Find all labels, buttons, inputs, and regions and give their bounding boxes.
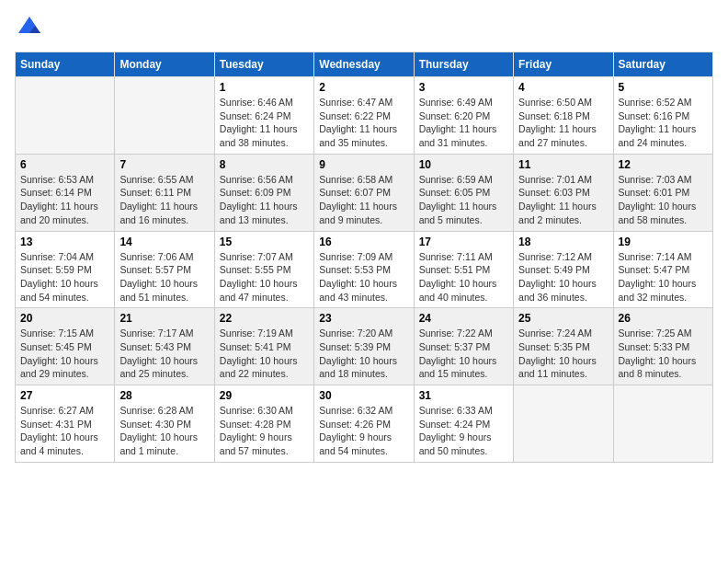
calendar-day-cell: 9Sunrise: 6:58 AMSunset: 6:07 PMDaylight… [314, 154, 414, 231]
day-number: 4 [518, 81, 608, 94]
day-number: 6 [20, 158, 109, 171]
day-info: Sunrise: 7:24 AMSunset: 5:35 PMDaylight:… [518, 327, 608, 381]
calendar-day-cell: 17Sunrise: 7:11 AMSunset: 5:51 PMDayligh… [414, 231, 513, 308]
day-number: 31 [419, 389, 508, 402]
calendar-week-row: 27Sunrise: 6:27 AMSunset: 4:31 PMDayligh… [16, 385, 713, 463]
calendar-day-cell: 2Sunrise: 6:47 AMSunset: 6:22 PMDaylight… [314, 77, 414, 155]
day-number: 13 [20, 236, 109, 248]
calendar-day-cell: 7Sunrise: 6:55 AMSunset: 6:11 PMDaylight… [115, 154, 214, 231]
day-info: Sunrise: 6:56 AMSunset: 6:09 PMDaylight:… [220, 173, 309, 227]
day-number: 24 [419, 312, 508, 325]
day-info: Sunrise: 7:11 AMSunset: 5:51 PMDaylight:… [419, 250, 508, 304]
day-number: 23 [319, 312, 408, 325]
calendar-day-cell: 22Sunrise: 7:19 AMSunset: 5:41 PMDayligh… [214, 308, 313, 385]
day-info: Sunrise: 7:01 AMSunset: 6:03 PMDaylight:… [518, 173, 608, 227]
calendar-day-cell: 14Sunrise: 7:06 AMSunset: 5:57 PMDayligh… [115, 231, 214, 308]
day-info: Sunrise: 6:32 AMSunset: 4:26 PMDaylight:… [319, 404, 408, 458]
calendar-day-cell: 18Sunrise: 7:12 AMSunset: 5:49 PMDayligh… [514, 231, 613, 308]
day-number: 22 [220, 312, 309, 325]
day-info: Sunrise: 6:53 AMSunset: 6:14 PMDaylight:… [20, 173, 109, 227]
day-info: Sunrise: 6:50 AMSunset: 6:18 PMDaylight:… [518, 96, 608, 150]
calendar-day-cell [514, 385, 613, 463]
weekday-header-saturday: Saturday [613, 52, 712, 77]
day-info: Sunrise: 7:12 AMSunset: 5:49 PMDaylight:… [518, 250, 608, 304]
calendar-day-cell: 28Sunrise: 6:28 AMSunset: 4:30 PMDayligh… [115, 385, 214, 463]
day-info: Sunrise: 6:58 AMSunset: 6:07 PMDaylight:… [319, 173, 408, 227]
calendar-day-cell [16, 77, 115, 155]
day-info: Sunrise: 6:52 AMSunset: 6:16 PMDaylight:… [619, 96, 708, 150]
logo [15, 15, 42, 40]
calendar-day-cell: 27Sunrise: 6:27 AMSunset: 4:31 PMDayligh… [16, 385, 115, 463]
day-info: Sunrise: 6:27 AMSunset: 4:31 PMDaylight:… [20, 404, 109, 458]
day-info: Sunrise: 7:06 AMSunset: 5:57 PMDaylight:… [119, 250, 209, 304]
day-number: 3 [419, 81, 508, 94]
weekday-header-sunday: Sunday [16, 52, 115, 77]
day-number: 28 [119, 389, 209, 402]
calendar-day-cell [613, 385, 712, 463]
day-number: 1 [220, 81, 309, 94]
day-number: 11 [518, 158, 608, 171]
calendar-day-cell: 30Sunrise: 6:32 AMSunset: 4:26 PMDayligh… [314, 385, 414, 463]
calendar-day-cell: 24Sunrise: 7:22 AMSunset: 5:37 PMDayligh… [414, 308, 513, 385]
calendar-day-cell: 6Sunrise: 6:53 AMSunset: 6:14 PMDaylight… [16, 154, 115, 231]
day-number: 29 [220, 389, 309, 402]
calendar-day-cell: 29Sunrise: 6:30 AMSunset: 4:28 PMDayligh… [214, 385, 313, 463]
calendar-day-cell: 25Sunrise: 7:24 AMSunset: 5:35 PMDayligh… [514, 308, 613, 385]
day-info: Sunrise: 6:49 AMSunset: 6:20 PMDaylight:… [419, 96, 508, 150]
day-info: Sunrise: 6:47 AMSunset: 6:22 PMDaylight:… [319, 96, 408, 150]
calendar-day-cell: 16Sunrise: 7:09 AMSunset: 5:53 PMDayligh… [314, 231, 414, 308]
day-number: 27 [20, 389, 109, 402]
day-info: Sunrise: 7:22 AMSunset: 5:37 PMDaylight:… [419, 327, 508, 381]
day-info: Sunrise: 7:03 AMSunset: 6:01 PMDaylight:… [619, 173, 708, 227]
calendar-table: SundayMondayTuesdayWednesdayThursdayFrid… [15, 52, 713, 463]
day-info: Sunrise: 7:25 AMSunset: 5:33 PMDaylight:… [619, 327, 708, 381]
day-info: Sunrise: 7:19 AMSunset: 5:41 PMDaylight:… [220, 327, 309, 381]
day-number: 10 [419, 158, 508, 171]
day-number: 8 [220, 158, 309, 171]
day-number: 9 [319, 158, 408, 171]
calendar-day-cell: 31Sunrise: 6:33 AMSunset: 4:24 PMDayligh… [414, 385, 513, 463]
weekday-header-friday: Friday [514, 52, 613, 77]
calendar-day-cell: 3Sunrise: 6:49 AMSunset: 6:20 PMDaylight… [414, 77, 513, 155]
calendar-day-cell: 12Sunrise: 7:03 AMSunset: 6:01 PMDayligh… [613, 154, 712, 231]
calendar-day-cell: 5Sunrise: 6:52 AMSunset: 6:16 PMDaylight… [613, 77, 712, 155]
day-number: 26 [619, 312, 708, 325]
calendar-day-cell: 8Sunrise: 6:56 AMSunset: 6:09 PMDaylight… [214, 154, 313, 231]
calendar-week-row: 1Sunrise: 6:46 AMSunset: 6:24 PMDaylight… [16, 77, 713, 155]
day-info: Sunrise: 7:20 AMSunset: 5:39 PMDaylight:… [319, 327, 408, 381]
weekday-header-thursday: Thursday [414, 52, 513, 77]
calendar-day-cell: 23Sunrise: 7:20 AMSunset: 5:39 PMDayligh… [314, 308, 414, 385]
day-number: 20 [20, 312, 109, 325]
weekday-header-monday: Monday [115, 52, 214, 77]
calendar-day-cell: 20Sunrise: 7:15 AMSunset: 5:45 PMDayligh… [16, 308, 115, 385]
day-number: 7 [119, 158, 209, 171]
day-info: Sunrise: 7:04 AMSunset: 5:59 PMDaylight:… [20, 250, 109, 304]
day-number: 14 [119, 236, 209, 248]
calendar-week-row: 6Sunrise: 6:53 AMSunset: 6:14 PMDaylight… [16, 154, 713, 231]
day-number: 2 [319, 81, 408, 94]
day-number: 21 [119, 312, 209, 325]
calendar-day-cell: 13Sunrise: 7:04 AMSunset: 5:59 PMDayligh… [16, 231, 115, 308]
day-info: Sunrise: 6:33 AMSunset: 4:24 PMDaylight:… [419, 404, 508, 458]
logo-icon [17, 15, 42, 40]
page-header [15, 15, 713, 40]
day-number: 12 [619, 158, 708, 171]
calendar-day-cell: 26Sunrise: 7:25 AMSunset: 5:33 PMDayligh… [613, 308, 712, 385]
weekday-header-tuesday: Tuesday [214, 52, 313, 77]
calendar-day-cell: 15Sunrise: 7:07 AMSunset: 5:55 PMDayligh… [214, 231, 313, 308]
day-number: 17 [419, 236, 508, 248]
day-info: Sunrise: 6:46 AMSunset: 6:24 PMDaylight:… [220, 96, 309, 150]
calendar-week-row: 13Sunrise: 7:04 AMSunset: 5:59 PMDayligh… [16, 231, 713, 308]
weekday-header-wednesday: Wednesday [314, 52, 414, 77]
calendar-day-cell: 10Sunrise: 6:59 AMSunset: 6:05 PMDayligh… [414, 154, 513, 231]
day-number: 18 [518, 236, 608, 248]
day-info: Sunrise: 6:55 AMSunset: 6:11 PMDaylight:… [119, 173, 209, 227]
day-number: 16 [319, 236, 408, 248]
calendar-day-cell: 4Sunrise: 6:50 AMSunset: 6:18 PMDaylight… [514, 77, 613, 155]
weekday-header-row: SundayMondayTuesdayWednesdayThursdayFrid… [16, 52, 713, 77]
calendar-day-cell: 1Sunrise: 6:46 AMSunset: 6:24 PMDaylight… [214, 77, 313, 155]
day-info: Sunrise: 7:09 AMSunset: 5:53 PMDaylight:… [319, 250, 408, 304]
day-info: Sunrise: 6:59 AMSunset: 6:05 PMDaylight:… [419, 173, 508, 227]
day-number: 19 [619, 236, 708, 248]
calendar-day-cell: 21Sunrise: 7:17 AMSunset: 5:43 PMDayligh… [115, 308, 214, 385]
